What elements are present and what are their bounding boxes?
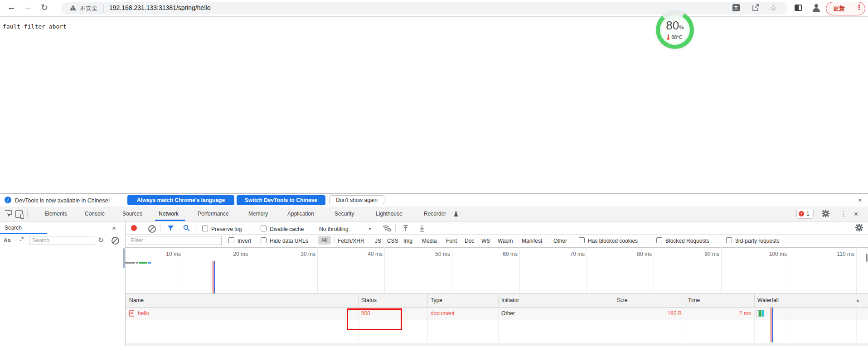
column-separator[interactable] [754,294,755,307]
third-party-checkbox[interactable] [726,237,732,243]
tab-sources[interactable]: Sources [122,207,142,221]
switch-devtools-chinese-button[interactable]: Switch DevTools to Chinese [237,195,325,205]
request-initiator[interactable]: Other [501,308,515,320]
export-har-icon[interactable] [419,225,425,233]
error-count-badge[interactable]: × 1 [796,209,814,219]
preserve-log-checkbox[interactable] [202,226,208,231]
translate-icon[interactable]: 文 [732,4,740,11]
filter-type-font[interactable]: Font [446,238,457,244]
filter-type-img[interactable]: Img [403,238,412,244]
filter-type-manifest[interactable]: Manifest [522,238,542,244]
search-refresh-icon[interactable]: ↻ [98,236,104,244]
filter-type-other[interactable]: Other [553,238,567,244]
sort-ascending-icon[interactable]: ▲ [856,298,860,303]
throttling-select[interactable]: No throttling [319,226,349,232]
regex-toggle[interactable]: .* [20,236,24,242]
match-case-toggle[interactable]: Aa [4,237,10,244]
chrome-update-label[interactable]: 更新 [833,5,845,13]
invert-label[interactable]: Invert [238,238,251,244]
hide-data-urls-checkbox[interactable] [261,237,267,243]
column-header-initiator[interactable]: Initiator [501,293,519,308]
invert-checkbox[interactable] [228,237,234,243]
search-input[interactable] [29,236,95,245]
throttling-caret-icon[interactable]: ▼ [368,227,372,231]
hide-data-urls-label[interactable]: Hide data URLs [270,238,308,244]
tab-recorder[interactable]: Recorder [424,207,446,221]
banner-close-icon[interactable]: × [858,196,862,204]
import-har-icon[interactable] [402,225,409,233]
network-scrollbar-thumb[interactable] [866,254,868,262]
drawer-scrollbar-thumb[interactable] [123,248,125,268]
back-icon[interactable]: ← [7,2,16,12]
bookmark-star-icon[interactable]: ☆ [770,3,777,13]
tab-elements[interactable]: Elements [44,207,67,221]
network-settings-gear-icon[interactable] [855,223,863,233]
clear-network-log-icon[interactable] [148,225,156,233]
column-header-time[interactable]: Time [688,293,700,308]
devtools-settings-gear-icon[interactable] [821,209,830,219]
match-language-button[interactable]: Always match Chrome's language [127,195,234,205]
side-panel-icon[interactable] [795,5,802,11]
filter-type-wasm[interactable]: Wasm [498,238,513,244]
waterfall-dcl-line [772,308,773,342]
profile-avatar[interactable] [812,4,821,13]
devtools-menu-kebab-icon[interactable]: ⋮ [840,210,847,217]
filter-type-css[interactable]: CSS [387,238,398,244]
browser-menu-kebab-icon[interactable]: ⋮ [856,3,863,11]
request-name[interactable]: hello [138,308,149,320]
filter-type-doc[interactable]: Doc [465,238,474,244]
preserve-log-label[interactable]: Preserve log [211,226,242,232]
filter-type-media[interactable]: Media [422,238,437,244]
dont-show-again-button[interactable]: Don't show again [329,195,384,204]
blocked-requests-label[interactable]: Blocked Requests [665,238,709,244]
filter-type-js[interactable]: JS [375,238,381,244]
blocked-requests-checkbox[interactable] [656,237,662,243]
toolbar-divider [160,224,160,232]
filter-funnel-icon[interactable] [167,225,174,233]
column-header-waterfall[interactable]: Waterfall [757,293,779,308]
search-drawer-tab[interactable]: Search [5,225,22,231]
tab-application[interactable]: Application [287,207,314,221]
disable-cache-label[interactable]: Disable cache [270,226,304,232]
url-text[interactable]: 192.168.231.133:31381/spring/hello [109,4,210,11]
network-conditions-icon[interactable] [382,224,391,233]
device-toolbar-icon[interactable] [15,210,23,218]
filter-type-fetch-xhr[interactable]: Fetch/XHR [338,238,364,244]
timeline-gridline [587,247,587,293]
column-separator[interactable] [685,294,685,307]
column-separator[interactable] [427,294,428,307]
performance-gauge-widget[interactable]: 80% 88°C [656,11,694,49]
column-separator[interactable] [614,294,614,307]
tab-network[interactable]: Network [159,207,179,221]
gauge-inner: 80% 88°C [660,15,690,45]
reload-icon[interactable]: ↻ [41,2,48,13]
column-header-status[interactable]: Status [361,293,377,308]
has-blocked-cookies-checkbox[interactable] [579,237,585,243]
third-party-label[interactable]: 3rd-party requests [735,238,779,244]
filter-type-all[interactable]: All [318,236,331,245]
search-drawer-close-icon[interactable]: × [112,224,116,232]
inspect-element-icon[interactable] [4,210,12,219]
timeline-gridline [250,247,250,293]
network-search-icon[interactable] [183,225,190,233]
record-network-log-button[interactable] [131,225,137,231]
column-header-type[interactable]: Type [431,293,442,308]
disable-cache-checkbox[interactable] [261,226,267,231]
devtools-close-icon[interactable]: × [854,210,858,218]
network-filter-input[interactable] [128,236,222,245]
tab-performance[interactable]: Performance [198,207,229,221]
column-header-name[interactable]: Name [129,293,144,308]
column-separator[interactable] [358,294,359,307]
share-icon[interactable] [752,4,760,13]
has-blocked-cookies-label[interactable]: Has blocked cookies [588,238,638,244]
tab-memory[interactable]: Memory [248,207,268,221]
column-separator[interactable] [498,294,499,307]
search-clear-icon[interactable] [112,237,119,245]
timeline-tick: 110 ms [818,251,854,257]
tab-lighthouse[interactable]: Lighthouse [376,207,402,221]
column-header-size[interactable]: Size [617,293,627,308]
not-secure-warning-icon[interactable] [70,5,76,10]
filter-type-ws[interactable]: WS [481,238,490,244]
tab-security[interactable]: Security [335,207,354,221]
tab-console[interactable]: Console [85,207,105,221]
